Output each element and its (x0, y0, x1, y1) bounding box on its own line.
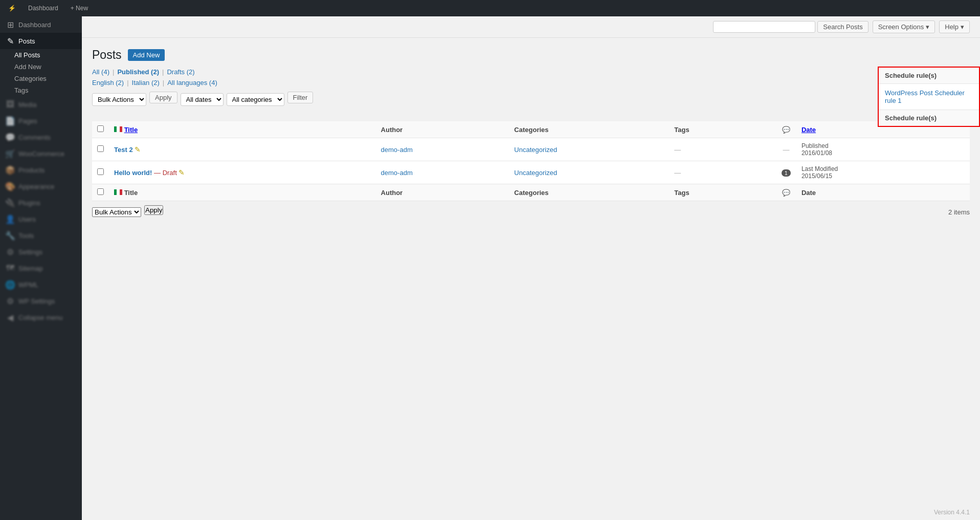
flag-italy-header (114, 126, 122, 132)
search-input[interactable] (713, 21, 815, 33)
sidebar-item-tools[interactable]: 🔧 Tools (0, 227, 82, 244)
help-button[interactable]: Help ▾ (939, 20, 970, 33)
sidebar-item-products[interactable]: 📦 Products (0, 162, 82, 178)
sidebar-products-label: Products (18, 166, 44, 174)
sidebar-sub-categories[interactable]: Categories (0, 73, 82, 84)
table-row: Hello world! — Draft ✎ demo-adm Uncatego… (92, 161, 970, 184)
lang-english-link[interactable]: English (2) (92, 79, 124, 86)
row1-author-link[interactable]: demo-adm (381, 146, 413, 154)
add-new-button[interactable]: Add New (128, 49, 165, 61)
search-posts-button[interactable]: Search Posts (817, 21, 868, 33)
table-header-row: Title Author Categories Tags 💬 Date (92, 121, 970, 138)
row2-title-cell: Hello world! — Draft ✎ (109, 161, 376, 184)
comment-bubble-icon-footer: 💬 (782, 189, 790, 197)
row1-author-cell: demo-adm (376, 138, 509, 161)
all-categories-select[interactable]: All categories (227, 93, 284, 106)
pages-icon: 📄 (6, 117, 14, 125)
apply-button-top[interactable]: Apply (149, 92, 177, 103)
footer-title-col: Title (109, 184, 376, 201)
row2-date-status: Last Modified (801, 165, 965, 172)
sidebar-item-appearance[interactable]: 🎨 Appearance (0, 178, 82, 194)
sidebar-item-wc[interactable]: 🛒 WooCommerce (0, 145, 82, 162)
help-arrow-icon: ▾ (961, 23, 964, 31)
sidebar-users-label: Users (18, 215, 36, 223)
sidebar-sub-tags[interactable]: Tags (0, 84, 82, 96)
header-date-link[interactable]: Date (801, 126, 816, 134)
main-content: Search Posts Screen Options ▾ Help ▾ Pos… (82, 0, 980, 520)
sidebar-item-pages[interactable]: 📄 Pages (0, 113, 82, 129)
sidebar-item-comments[interactable]: 💬 Comments (0, 129, 82, 145)
sidebar-sub-all-posts[interactable]: All Posts (0, 49, 82, 61)
admin-bar: ⚡ Dashboard + New (0, 0, 980, 16)
sidebar-plugins-label: Plugins (18, 199, 40, 207)
sidebar-item-sitemap[interactable]: 🗺 Sitemap (0, 260, 82, 276)
sidebar-sitemap-label: Sitemap (18, 265, 43, 272)
sidebar-item-dashboard[interactable]: ⊞ Dashboard (0, 16, 82, 33)
page-title-row: Posts Add New (92, 48, 970, 62)
sidebar-tags-label: Tags (14, 86, 28, 94)
row1-cat-cell: Uncategorized (509, 138, 669, 161)
sidebar-item-posts[interactable]: ✎ Posts (0, 33, 82, 49)
sidebar-posts-label: Posts (18, 37, 35, 45)
select-all-checkbox-bottom[interactable] (97, 188, 104, 195)
sidebar-item-wp-settings[interactable]: ⚙ WP Settings (0, 293, 82, 309)
sidebar-item-collapse[interactable]: ◀ Collapse menu (0, 309, 82, 326)
row2-edit-icon[interactable]: ✎ (179, 168, 185, 177)
sidebar-item-settings[interactable]: ⚙ Settings (0, 244, 82, 260)
bulk-actions-select-bottom[interactable]: Bulk Actions (92, 207, 141, 217)
row1-comment-cell: — (776, 138, 796, 161)
row2-cat-link[interactable]: Uncategorized (514, 169, 557, 177)
content-wrap: Posts Add New All (4) | Published (2) | … (82, 38, 980, 520)
page-title: Posts (92, 48, 122, 62)
sidebar-categories-label: Categories (14, 75, 47, 82)
row2-title-link[interactable]: Hello world! (114, 169, 152, 177)
lang-italian-link[interactable]: Italian (2) (132, 79, 160, 86)
filter-drafts-link[interactable]: Drafts (2) (167, 68, 194, 76)
sidebar-all-posts-label: All Posts (14, 51, 40, 59)
header-categories-col: Categories (509, 121, 669, 138)
filter-bar-top: Bulk Actions Apply All dates All categor… (92, 92, 970, 107)
row1-edit-icon[interactable]: ✎ (135, 145, 141, 154)
row1-tags-cell: — (669, 138, 776, 161)
screen-options-button[interactable]: Screen Options ▾ (873, 20, 936, 33)
admin-bar-dashboard[interactable]: Dashboard (24, 0, 62, 16)
select-all-checkbox-top[interactable] (97, 125, 104, 132)
schedule-panel: Schedule rule(s) WordPress Post Schedule… (878, 67, 980, 127)
sidebar-item-users[interactable]: 👤 Users (0, 211, 82, 227)
admin-bar-wp[interactable]: ⚡ (4, 0, 20, 16)
sidebar-item-media[interactable]: 🖼 Media (0, 96, 82, 113)
sidebar-wpml-label: WPML (18, 281, 38, 289)
header-author-col: Author (376, 121, 509, 138)
sidebar: ⊞ Dashboard ✎ Posts All Posts Add New Ca… (0, 0, 82, 520)
all-dates-select[interactable]: All dates (181, 93, 224, 106)
row2-tags-value: — (674, 169, 681, 177)
schedule-rule-link[interactable]: WordPress Post Scheduler rule 1 (879, 84, 979, 110)
filter-published-link[interactable]: Published (2) (117, 68, 159, 76)
row2-cat-cell: Uncategorized (509, 161, 669, 184)
posts-icon: ✎ (6, 37, 14, 45)
plugins-icon: 🔌 (6, 199, 14, 207)
sidebar-sub-add-new[interactable]: Add New (0, 61, 82, 73)
header-title-link[interactable]: Title (124, 126, 138, 134)
lang-all-link[interactable]: All languages (4) (167, 79, 217, 86)
sidebar-item-wpml[interactable]: 🌐 WPML (0, 276, 82, 293)
sidebar-add-new-label: Add New (14, 63, 41, 71)
row2-checkbox[interactable] (97, 168, 104, 175)
admin-bar-new[interactable]: + New (66, 0, 92, 16)
bulk-actions-select-top[interactable]: Bulk Actions (92, 93, 146, 106)
row2-checkbox-cell (92, 161, 109, 184)
row1-date-cell: Published 2016/01/08 (796, 138, 970, 161)
row1-checkbox[interactable] (97, 145, 104, 152)
row2-comment-badge: 1 (782, 169, 791, 177)
filter-button[interactable]: Filter (287, 92, 314, 103)
sidebar-item-plugins[interactable]: 🔌 Plugins (0, 194, 82, 211)
row1-cat-link[interactable]: Uncategorized (514, 146, 557, 154)
apply-button-bottom[interactable]: Apply (144, 205, 163, 215)
filter-all-link[interactable]: All (4) (92, 68, 109, 76)
comment-bubble-icon: 💬 (782, 126, 790, 134)
lang-bar: English (2) | Italian (2) | All language… (92, 79, 970, 86)
row1-comment-value: — (783, 146, 789, 154)
row2-author-link[interactable]: demo-adm (381, 169, 413, 177)
row1-title-link[interactable]: Test 2 (114, 146, 133, 154)
wp-version: Version 4.4.1 (934, 509, 970, 516)
